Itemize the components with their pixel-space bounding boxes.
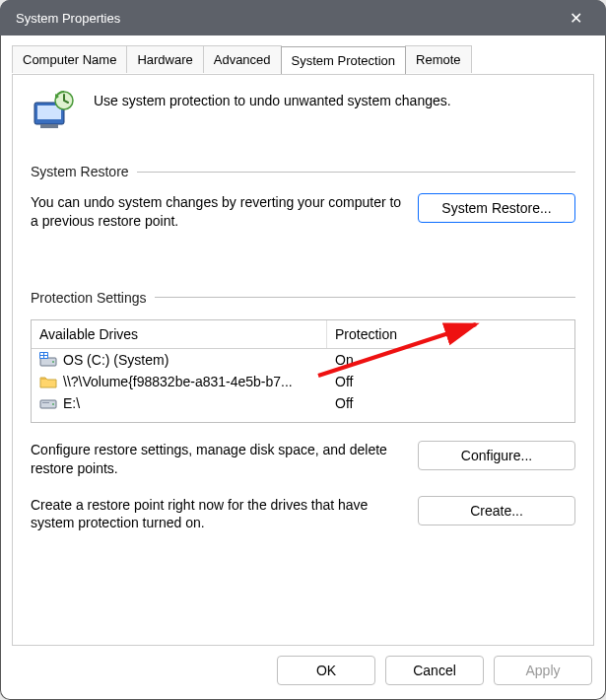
disk-os-icon: [39, 352, 57, 368]
table-row[interactable]: \\?\Volume{f98832be-a831-4e5b-b7... Off: [32, 371, 574, 392]
apply-button[interactable]: Apply: [494, 656, 592, 685]
svg-rect-15: [42, 402, 49, 403]
drives-header: Available Drives Protection: [32, 320, 574, 349]
drive-protection: Off: [327, 371, 574, 392]
create-desc: Create a restore point right now for the…: [31, 496, 404, 533]
svg-rect-2: [40, 124, 58, 128]
configure-desc: Configure restore settings, manage disk …: [31, 441, 404, 478]
configure-row: Configure restore settings, manage disk …: [31, 441, 575, 478]
svg-rect-10: [44, 353, 47, 355]
drive-name: E:\: [63, 395, 80, 411]
drive-protection: On: [327, 349, 574, 371]
svg-rect-12: [44, 356, 47, 358]
cancel-button[interactable]: Cancel: [385, 656, 484, 685]
dialog-buttons: OK Cancel Apply: [0, 646, 606, 699]
svg-rect-11: [40, 356, 43, 358]
system-properties-window: System Properties ✕ Computer Name Hardwa…: [0, 0, 606, 700]
tab-panel: Use system protection to undo unwanted s…: [12, 74, 594, 646]
tab-advanced[interactable]: Advanced: [203, 45, 282, 73]
drive-protection: Off: [327, 392, 574, 414]
ok-button[interactable]: OK: [277, 656, 375, 685]
window-title: System Properties: [16, 11, 120, 26]
configure-button[interactable]: Configure...: [418, 441, 575, 470]
svg-point-7: [52, 361, 54, 363]
titlebar: System Properties ✕: [0, 0, 606, 35]
tab-bar: Computer Name Hardware Advanced System P…: [12, 45, 594, 74]
group-label-restore: System Restore: [31, 164, 129, 179]
tab-system-protection[interactable]: System Protection: [281, 46, 407, 74]
folder-icon: [39, 374, 57, 389]
group-header-protection: Protection Settings: [31, 290, 575, 306]
svg-point-14: [52, 403, 54, 405]
divider: [155, 297, 575, 298]
tab-computer-name[interactable]: Computer Name: [12, 45, 127, 73]
create-row: Create a restore point right now for the…: [31, 496, 575, 533]
restore-desc: You can undo system changes by reverting…: [31, 193, 404, 231]
tab-hardware[interactable]: Hardware: [126, 45, 203, 73]
drives-table: Available Drives Protection: [31, 319, 575, 423]
intro-row: Use system protection to undo unwanted s…: [31, 89, 575, 136]
group-header-restore: System Restore: [31, 164, 575, 179]
drive-name: \\?\Volume{f98832be-a831-4e5b-b7...: [63, 374, 293, 389]
tab-remote[interactable]: Remote: [405, 45, 472, 73]
table-row[interactable]: E:\ Off: [32, 392, 574, 414]
svg-rect-9: [40, 353, 43, 355]
intro-text: Use system protection to undo unwanted s…: [94, 89, 451, 108]
group-protection-settings: Protection Settings Available Drives Pro…: [31, 290, 575, 533]
close-icon[interactable]: ✕: [560, 5, 592, 32]
group-label-protection: Protection Settings: [31, 290, 147, 306]
col-header-drives[interactable]: Available Drives: [32, 320, 327, 348]
restore-row: You can undo system changes by reverting…: [31, 193, 575, 231]
system-restore-button[interactable]: System Restore...: [418, 193, 575, 223]
client-area: Computer Name Hardware Advanced System P…: [0, 35, 606, 646]
col-header-protection[interactable]: Protection: [327, 320, 574, 348]
create-button[interactable]: Create...: [418, 496, 575, 525]
drive-name: OS (C:) (System): [63, 352, 168, 368]
divider: [137, 172, 575, 173]
table-row[interactable]: OS (C:) (System) On: [32, 349, 574, 371]
group-system-restore: System Restore You can undo system chang…: [31, 164, 575, 231]
system-protection-icon: [31, 89, 78, 136]
disk-icon: [39, 395, 57, 411]
